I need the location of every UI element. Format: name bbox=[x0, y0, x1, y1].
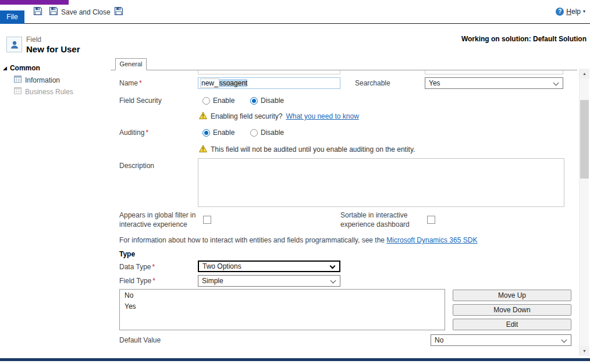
sidebar-item-label: Information bbox=[25, 76, 60, 84]
file-tab[interactable]: File bbox=[0, 10, 24, 24]
page-title: New for User bbox=[26, 44, 80, 54]
option-item-yes[interactable]: Yes bbox=[120, 301, 445, 312]
help-label: Help bbox=[566, 8, 581, 16]
chevron-down-icon bbox=[561, 337, 567, 343]
field-security-warning: Enabling field security? What you need t… bbox=[199, 112, 359, 121]
sdk-info-line: For information about how to interact wi… bbox=[119, 236, 477, 244]
save-and-new-icon bbox=[114, 6, 123, 17]
entity-type-label: Field bbox=[26, 35, 41, 44]
field-type-value: Simple bbox=[202, 277, 223, 285]
sidebar-item-label: Business Rules bbox=[25, 88, 73, 96]
default-value-dropdown[interactable]: No bbox=[431, 334, 571, 346]
radio-icon bbox=[250, 129, 258, 137]
required-marker: * bbox=[139, 79, 142, 87]
collapse-triangle-icon: ◢ bbox=[3, 66, 7, 71]
help-icon: ? bbox=[556, 8, 564, 16]
field-security-enable-radio[interactable]: Enable bbox=[202, 97, 234, 105]
auditing-label: Auditing* bbox=[119, 129, 148, 137]
radio-label: Enable bbox=[213, 97, 234, 105]
warning-text: Enabling field security? bbox=[211, 112, 282, 120]
dynamics-field-editor-window: Save and Close ? Help ▾ File Field bbox=[0, 0, 590, 364]
table-icon bbox=[14, 76, 22, 84]
sortable-checkbox[interactable] bbox=[427, 216, 435, 224]
radio-label: Enable bbox=[213, 129, 234, 137]
move-up-button[interactable]: Move Up bbox=[453, 290, 571, 301]
sidebar-section-common[interactable]: ◢ Common bbox=[3, 64, 40, 72]
help-menu[interactable]: ? Help ▾ bbox=[556, 8, 585, 16]
chevron-down-icon: ▾ bbox=[583, 9, 585, 14]
form-content: General Name* new_ssoagent Searchable Ye… bbox=[111, 58, 577, 356]
tab-strip-divider bbox=[111, 70, 577, 70]
sortable-label: Sortable in interactive experience dashb… bbox=[340, 210, 428, 229]
name-label: Name* bbox=[119, 79, 142, 87]
required-marker: * bbox=[145, 129, 148, 137]
clipped-field[interactable] bbox=[198, 70, 340, 74]
searchable-value: Yes bbox=[429, 79, 440, 87]
save-icon bbox=[33, 6, 42, 17]
searchable-dropdown[interactable]: Yes bbox=[425, 77, 563, 89]
bottom-status-bar bbox=[0, 358, 590, 361]
field-type-label: Field Type* bbox=[119, 277, 155, 285]
field-security-info-link[interactable]: What you need to know bbox=[286, 112, 358, 120]
radio-label: Disable bbox=[261, 129, 284, 137]
save-and-new-button[interactable] bbox=[114, 6, 123, 17]
save-and-close-button[interactable]: Save and Close bbox=[49, 6, 111, 17]
searchable-label: Searchable bbox=[355, 79, 390, 87]
type-section-header: Type bbox=[119, 250, 135, 258]
default-value-label: Default Value bbox=[119, 336, 161, 344]
top-toolbar: Save and Close ? Help ▾ File bbox=[0, 0, 590, 24]
chevron-down-icon bbox=[553, 80, 559, 86]
warning-icon bbox=[199, 112, 207, 121]
name-input[interactable]: new_ssoagent bbox=[198, 77, 340, 89]
chevron-down-icon bbox=[330, 263, 336, 269]
name-prefix: new_ bbox=[200, 78, 219, 88]
edit-button[interactable]: Edit bbox=[453, 319, 571, 330]
working-solution-label: Working on solution: Default Solution bbox=[461, 35, 587, 43]
data-type-dropdown[interactable]: Two Options bbox=[198, 260, 340, 272]
save-button[interactable] bbox=[33, 6, 42, 17]
field-entity-icon bbox=[6, 37, 22, 52]
field-type-dropdown[interactable]: Simple bbox=[198, 275, 340, 287]
move-down-button[interactable]: Move Down bbox=[453, 304, 571, 316]
clipped-field[interactable] bbox=[425, 70, 563, 74]
business-rules-icon bbox=[14, 87, 22, 96]
tab-general[interactable]: General bbox=[115, 58, 147, 70]
global-filter-label: Appears in global filter in interactive … bbox=[119, 210, 196, 229]
sdk-text: For information about how to interact wi… bbox=[119, 236, 386, 244]
sidebar-item-information[interactable]: Information bbox=[14, 76, 60, 84]
field-security-label: Field Security bbox=[119, 97, 162, 105]
sdk-link[interactable]: Microsoft Dynamics 365 SDK bbox=[386, 236, 477, 244]
radio-icon bbox=[202, 97, 210, 105]
chevron-down-icon bbox=[330, 278, 336, 284]
option-item-no[interactable]: No bbox=[120, 290, 445, 301]
global-filter-checkbox[interactable] bbox=[203, 216, 211, 224]
title-accent-bar bbox=[0, 0, 69, 5]
vertical-scrollbar[interactable]: ▲ ▼ bbox=[579, 69, 589, 356]
required-marker: * bbox=[152, 277, 155, 285]
radio-selected-icon bbox=[202, 129, 210, 137]
scrollbar-thumb[interactable] bbox=[580, 100, 589, 179]
scroll-up-arrow[interactable]: ▲ bbox=[580, 69, 589, 78]
sidebar-item-business-rules[interactable]: Business Rules bbox=[14, 87, 73, 96]
field-security-disable-radio[interactable]: Disable bbox=[250, 97, 284, 105]
radio-selected-icon bbox=[250, 97, 258, 105]
description-textarea[interactable] bbox=[198, 158, 564, 207]
auditing-enable-radio[interactable]: Enable bbox=[202, 129, 234, 137]
warning-text: This field will not be audited until you… bbox=[211, 145, 415, 154]
scroll-down-arrow[interactable]: ▼ bbox=[580, 346, 589, 356]
name-value-selected: ssoagent bbox=[219, 79, 248, 87]
data-type-value: Two Options bbox=[202, 262, 241, 270]
data-type-label: Data Type* bbox=[119, 263, 155, 271]
save-and-close-label: Save and Close bbox=[61, 8, 111, 16]
save-and-close-icon bbox=[49, 6, 58, 17]
default-value-value: No bbox=[435, 336, 443, 344]
description-label: Description bbox=[119, 162, 154, 170]
required-marker: * bbox=[152, 263, 155, 271]
options-listbox[interactable]: No Yes bbox=[119, 289, 445, 330]
auditing-warning: This field will not be audited until you… bbox=[199, 145, 415, 154]
radio-label: Disable bbox=[261, 97, 284, 105]
warning-icon bbox=[199, 145, 207, 154]
auditing-disable-radio[interactable]: Disable bbox=[250, 129, 284, 137]
sidebar-section-label: Common bbox=[10, 64, 40, 72]
